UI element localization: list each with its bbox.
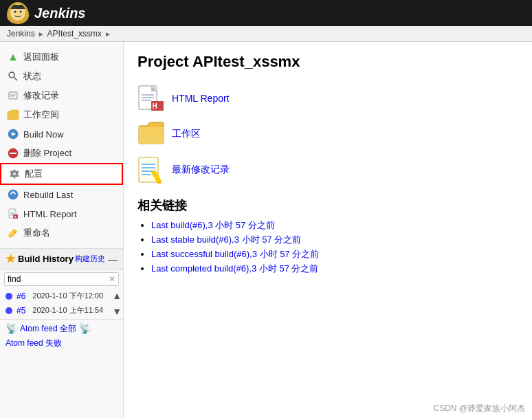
page-title: Project APItest_xssmx [137,53,518,71]
app-title: Jenkins [34,5,85,21]
search-icon [7,70,19,82]
sidebar-item-change-log[interactable]: 修改记录 [0,86,123,105]
build-link[interactable]: #6 [16,291,25,301]
sidebar-item-label: 状态 [23,70,41,82]
workspace-link-item: 工作区 [137,120,518,148]
app-header: Jenkins [0,0,532,26]
build-scroll-area: #6 2020-1-10 下午12:00 #5 2020-1-10 上午11:5… [0,289,123,319]
breadcrumb: Jenkins ► APItest_xssmx ► [0,26,532,42]
workspace-folder-icon [137,120,165,148]
svg-marker-19 [14,209,16,211]
footer-text: CSDN @莽爱家族小阿杰 [433,404,525,413]
build-history-label: Build History [18,254,74,264]
main-content: Project APItest_xssmx H HTML [124,42,532,418]
html-report-icon: H [137,85,165,112]
svg-point-2 [14,11,16,13]
svg-rect-7 [9,92,17,99]
list-item: Last successful build(#6),3 小时 57 分之前 [151,248,518,261]
atom-feed-fail-link[interactable]: Atom feed 失败 [5,338,62,349]
html-report-link[interactable]: HTML Report [172,93,230,104]
sidebar-item-rebuild-last[interactable]: Rebuild Last [0,185,123,204]
last-stable-build-link[interactable]: Last stable build(#6),3 小时 57 分之前 [151,234,301,245]
build-history-section: ★ Build History 构建历史 — ✕ #6 [0,248,123,353]
jenkins-logo [7,2,29,24]
scroll-up-icon[interactable]: ▲ [112,290,122,302]
build-search-container: ✕ [4,272,119,286]
last-successful-build-link[interactable]: Last successful build(#6),3 小时 57 分之前 [151,249,319,259]
build-search-input[interactable] [8,274,109,284]
sidebar: ▲ 返回面板 状态 修改记录 工作空间 Build Now [0,42,124,418]
list-item: Last build(#6),3 小时 57 分之前 [151,219,518,232]
build-history-title: ★ Build History [5,252,74,265]
build-link[interactable]: #5 [16,306,25,316]
svg-point-5 [9,72,14,78]
sidebar-item-label: 删除 Project [23,147,71,159]
sidebar-item-rename[interactable]: 重命名 [0,223,123,243]
breadcrumb-sep-1: ► [38,30,45,38]
breadcrumb-project[interactable]: APItest_xssmx [47,29,102,38]
html-report-link-item: H HTML Report [137,85,518,112]
list-item: Last completed build(#6),3 小时 57 分之前 [151,263,518,275]
last-build-link[interactable]: Last build(#6),3 小时 57 分之前 [151,220,275,230]
list-item: Last stable build(#6),3 小时 57 分之前 [151,234,518,246]
folder-icon [7,109,19,121]
build-history-link-label: 构建历史 [75,254,105,264]
content-links: H HTML Report 工作区 [137,85,518,184]
svg-line-6 [14,78,18,81]
breadcrumb-jenkins[interactable]: Jenkins [7,29,35,38]
svg-text:H: H [153,102,157,110]
build-icon [7,128,19,140]
build-date: 2020-1-10 上午11:54 [32,305,103,316]
sidebar-item-label: 重命名 [23,227,50,239]
rebuild-icon [7,188,19,201]
search-clear-icon[interactable]: ✕ [109,274,115,284]
build-item: #5 2020-1-10 上午11:54 [0,303,111,318]
notepad-icon [137,156,165,184]
breadcrumb-sep-2: ► [104,30,111,38]
sidebar-item-label: Rebuild Last [23,190,73,200]
build-status-dot [5,293,12,300]
sidebar-item-workspace[interactable]: 工作空间 [0,105,123,124]
rename-icon [7,227,19,239]
build-date: 2020-1-10 下午12:00 [32,291,103,301]
svg-point-3 [20,11,22,13]
arrow-up-icon: ▲ [7,51,19,63]
sidebar-item-label: 修改记录 [23,89,59,102]
build-history-header: ★ Build History 构建历史 — [0,249,123,269]
atom-feed-all-link[interactable]: Atom feed 全部 [20,323,76,335]
latest-changes-link[interactable]: 最新修改记录 [172,164,230,176]
svg-rect-4 [12,5,23,8]
sidebar-item-label: HTML Report [23,209,77,219]
svg-text:H: H [14,215,16,219]
related-links-title: 相关链接 [137,197,518,214]
related-links-list: Last build(#6),3 小时 57 分之前 Last stable b… [137,219,518,275]
atom-feeds: 📡 Atom feed 全部 📡 Atom feed 失败 [0,319,123,353]
sidebar-item-label: 配置 [25,168,43,180]
build-item: #6 2020-1-10 下午12:00 [0,289,111,303]
sidebar-item-delete-project[interactable]: 删除 Project [0,144,123,163]
no-icon [7,147,19,159]
rss-icon-fail: 📡 [79,323,91,334]
sidebar-item-label: Build Now [23,129,64,140]
html-icon: H [7,208,19,220]
sidebar-item-return-panel[interactable]: ▲ 返回面板 [0,47,123,67]
rss-icon-all: 📡 [5,323,17,334]
sidebar-item-label: 工作空间 [23,109,59,121]
sidebar-item-status[interactable]: 状态 [0,67,123,86]
build-status-dot [5,307,12,314]
latest-changes-link-item: 最新修改记录 [137,156,518,184]
last-completed-build-link[interactable]: Last completed build(#6),3 小时 57 分之前 [151,263,319,274]
star-icon: ★ [5,252,15,265]
pencil-icon [7,89,19,102]
main-layout: ▲ 返回面板 状态 修改记录 工作空间 Build Now [0,42,532,418]
build-items-list: #6 2020-1-10 下午12:00 #5 2020-1-10 上午11:5… [0,289,111,319]
sidebar-item-html-report[interactable]: H HTML Report [0,204,123,223]
related-links-section: 相关链接 Last build(#6),3 小时 57 分之前 Last sta… [137,197,518,275]
sidebar-item-build-now[interactable]: Build Now [0,124,123,144]
sidebar-item-configure[interactable]: 配置 [0,163,123,185]
workspace-link[interactable]: 工作区 [172,128,201,140]
scroll-down-icon[interactable]: ▼ [112,306,122,318]
build-history-link[interactable]: 构建历史 [75,254,105,264]
svg-point-15 [13,173,16,175]
footer-watermark: CSDN @莽爱家族小阿杰 [433,403,525,415]
